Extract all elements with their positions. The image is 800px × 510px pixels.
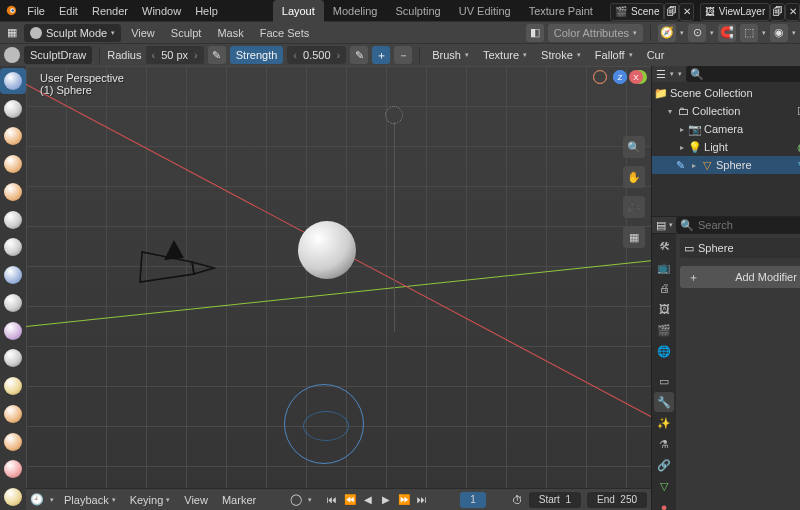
tab-shading[interactable]: Sha: [602, 0, 610, 22]
tab-texture-paint[interactable]: Texture Paint: [520, 0, 602, 22]
tool-pinch[interactable]: [0, 457, 26, 483]
tool-clay[interactable]: [0, 124, 26, 150]
header-menu-view[interactable]: View: [125, 27, 161, 39]
color-attribute-selector[interactable]: Color Attributes ▾: [548, 24, 643, 42]
jump-end-button[interactable]: ⏭: [414, 494, 430, 505]
ptab-tool[interactable]: 🛠: [654, 236, 674, 256]
brush-selector[interactable]: SculptDraw: [24, 46, 92, 64]
ptab-viewlayer[interactable]: 🖼: [654, 299, 674, 319]
tab-sculpting[interactable]: Sculpting: [386, 0, 449, 22]
outliner-editor-icon[interactable]: ☰: [656, 68, 666, 81]
gizmo-neg-x-icon[interactable]: [593, 70, 607, 84]
texture-dropdown[interactable]: Texture▾: [478, 46, 532, 64]
scene-browse-button[interactable]: 🗐: [664, 3, 679, 21]
outliner-search-input[interactable]: [708, 68, 800, 80]
tool-crease[interactable]: [0, 290, 26, 316]
current-frame-field[interactable]: 1: [460, 492, 486, 508]
tool-draw[interactable]: [0, 68, 26, 94]
add-modifier-button[interactable]: ＋ Add Modifier: [680, 266, 800, 288]
viewlayer-delete-button[interactable]: ✕: [785, 3, 800, 21]
tab-modeling[interactable]: Modeling: [324, 0, 387, 22]
direction-add[interactable]: ＋: [372, 46, 390, 64]
scene-delete-button[interactable]: ✕: [679, 3, 694, 21]
gizmo-x-icon[interactable]: X: [629, 70, 643, 84]
header-menu-mask[interactable]: Mask: [211, 27, 249, 39]
start-frame-field[interactable]: Start 1: [529, 492, 581, 508]
viewlayer-selector[interactable]: 🖼 ViewLayer: [700, 3, 771, 21]
play-button[interactable]: ▶: [378, 494, 394, 505]
viewlayer-browse-button[interactable]: 🗐: [770, 3, 785, 21]
timeline-menu-marker[interactable]: Marker: [218, 492, 260, 508]
ptab-object[interactable]: ▭: [654, 371, 674, 391]
tool-layer[interactable]: [0, 207, 26, 233]
falloff-dropdown[interactable]: Falloff▾: [590, 46, 638, 64]
gizmo-neg-z-icon[interactable]: [613, 70, 627, 84]
timeline-menu-view[interactable]: View: [180, 492, 212, 508]
tool-scrape[interactable]: [0, 401, 26, 427]
mode-selector[interactable]: Sculpt Mode ▾: [24, 24, 121, 42]
3d-viewport[interactable]: User Perspective (1) Sphere Z Y X 🔍 ✋ 🎥 …: [26, 66, 651, 488]
timeline-editor-icon[interactable]: 🕘: [30, 493, 44, 506]
object-light[interactable]: [385, 106, 403, 124]
snap-target-icon[interactable]: ⬚: [740, 24, 758, 42]
header-menu-sculpt[interactable]: Sculpt: [165, 27, 208, 39]
ptab-modifiers[interactable]: 🔧: [654, 392, 674, 412]
properties-search-input[interactable]: [698, 219, 800, 231]
autokey-icon[interactable]: ◯: [290, 493, 302, 506]
orientation-icon[interactable]: 🧭: [658, 24, 676, 42]
outliner-search[interactable]: 🔍: [686, 66, 800, 82]
exclude-toggle[interactable]: ☑: [796, 105, 800, 118]
strength-field[interactable]: 0.500: [287, 46, 346, 64]
property-breadcrumb[interactable]: ▭ Sphere 📌: [680, 238, 800, 258]
tab-uv-editing[interactable]: UV Editing: [450, 0, 520, 22]
tab-layout[interactable]: Layout: [273, 0, 324, 22]
tool-blob[interactable]: [0, 262, 26, 288]
editor-type-icon[interactable]: ▦: [4, 26, 20, 39]
menu-window[interactable]: Window: [135, 0, 188, 22]
disclosure-icon[interactable]: ▸: [676, 125, 688, 134]
nav-gizmo[interactable]: Z Y X: [593, 70, 647, 124]
object-camera[interactable]: [136, 236, 216, 298]
outliner-row-light[interactable]: ▸ 💡 Light ◍👁📷: [652, 138, 800, 156]
collection-row[interactable]: ▾ 🗀 Collection ☑ 👁 📷: [652, 102, 800, 120]
data-icon[interactable]: ▽: [796, 159, 800, 172]
ptab-mesh[interactable]: ▽: [654, 476, 674, 496]
cursor-dropdown[interactable]: Cur: [642, 46, 670, 64]
tool-fill[interactable]: [0, 373, 26, 399]
radius-pen-pressure[interactable]: ✎: [208, 46, 226, 64]
keyframe-next-button[interactable]: ⏩: [396, 494, 412, 505]
ptab-world[interactable]: 🌐: [654, 341, 674, 361]
outliner-row-camera[interactable]: ▸ 📷 Camera 👁📷: [652, 120, 800, 138]
end-frame-field[interactable]: End 250: [587, 492, 647, 508]
timeline-menu-playback[interactable]: Playback▾: [60, 492, 120, 508]
brush-dropdown[interactable]: Brush▾: [427, 46, 474, 64]
persp-button[interactable]: ▦: [623, 226, 645, 248]
brush-icon[interactable]: [4, 47, 20, 63]
proportional-icon[interactable]: ◉: [770, 24, 788, 42]
ptab-render[interactable]: 📺: [654, 257, 674, 277]
menu-render[interactable]: Render: [85, 0, 135, 22]
strength-label-active[interactable]: Strength: [230, 46, 284, 64]
strength-pen-pressure[interactable]: ✎: [350, 46, 368, 64]
tool-flatten[interactable]: [0, 346, 26, 372]
tool-multiplane[interactable]: [0, 429, 26, 455]
tool-smooth[interactable]: [0, 318, 26, 344]
tool-grab[interactable]: [0, 484, 26, 510]
jump-start-button[interactable]: ⏮: [324, 494, 340, 505]
data-icon[interactable]: ◍: [796, 141, 800, 154]
ptab-material[interactable]: ●: [654, 497, 674, 510]
pan-button[interactable]: ✋: [623, 166, 645, 188]
header-menu-facesets[interactable]: Face Sets: [254, 27, 316, 39]
menu-help[interactable]: Help: [188, 0, 225, 22]
preview-range-icon[interactable]: ⏱: [512, 494, 523, 506]
menu-edit[interactable]: Edit: [52, 0, 85, 22]
scene-selector[interactable]: 🎬 Scene: [610, 3, 664, 21]
tool-draw-sharp[interactable]: [0, 96, 26, 122]
radius-field[interactable]: 50 px: [146, 46, 204, 64]
stroke-dropdown[interactable]: Stroke▾: [536, 46, 586, 64]
tool-clay-thumb[interactable]: [0, 179, 26, 205]
scene-collection-row[interactable]: 📁 Scene Collection: [652, 84, 800, 102]
zoom-button[interactable]: 🔍: [623, 136, 645, 158]
ptab-constraints[interactable]: 🔗: [654, 455, 674, 475]
disclosure-icon[interactable]: ▸: [688, 161, 700, 170]
